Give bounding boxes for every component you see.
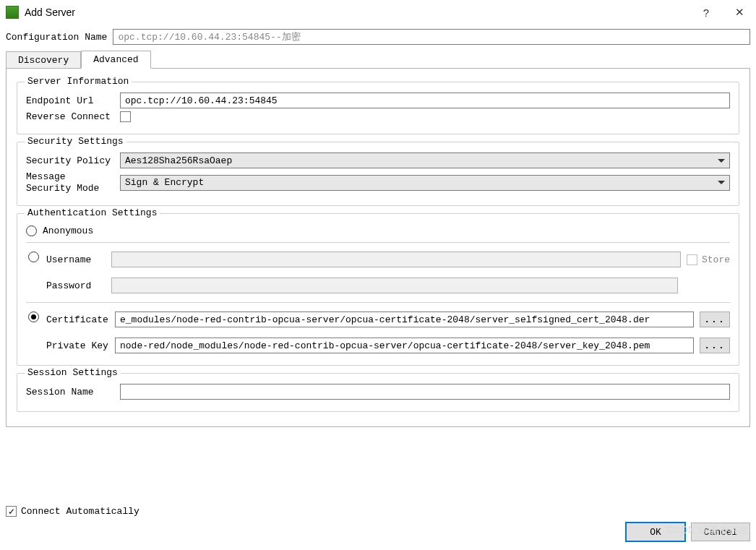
connect-automatically-checkbox[interactable] — [6, 506, 17, 517]
help-button[interactable]: ? — [690, 0, 723, 25]
app-icon — [6, 6, 19, 19]
store-checkbox-row: Store — [687, 254, 730, 265]
configuration-name-label: Configuration Name — [6, 32, 107, 43]
group-session-settings: Session Settings Session Name — [17, 373, 739, 412]
security-policy-value: Aes128Sha256RsaOaep — [125, 155, 713, 166]
password-label: Password — [46, 280, 111, 291]
security-policy-label: Security Policy — [26, 155, 120, 166]
security-policy-combo[interactable]: Aes128Sha256RsaOaep — [120, 152, 730, 168]
group-server-information: Server Information Endpoint Url Reverse … — [17, 82, 739, 134]
group-server-information-title: Server Information — [25, 76, 132, 87]
auth-anonymous-label: Anonymous — [43, 225, 93, 236]
auth-username-section: Username Store Password — [26, 249, 730, 296]
security-mode-label: Message Security Mode — [26, 171, 120, 194]
tab-discovery[interactable]: Discovery — [6, 51, 81, 69]
cancel-button[interactable]: Cancel — [691, 523, 750, 541]
session-name-label: Session Name — [26, 387, 120, 398]
auth-certificate-radio[interactable] — [28, 311, 39, 322]
reverse-connect-label: Reverse Connect — [26, 111, 120, 122]
group-session-settings-title: Session Settings — [25, 367, 121, 378]
certificate-label: Certificate — [46, 314, 115, 325]
private-key-browse-button[interactable]: ... — [700, 338, 730, 353]
titlebar: Add Server ? ✕ — [0, 0, 756, 25]
connect-automatically-row[interactable]: Connect Automatically — [6, 506, 750, 517]
chevron-down-icon — [718, 181, 725, 184]
configuration-name-row: Configuration Name — [0, 25, 756, 51]
username-label: Username — [46, 254, 111, 265]
configuration-name-input[interactable] — [113, 29, 750, 45]
connect-automatically-label: Connect Automatically — [21, 506, 139, 517]
certificate-browse-button[interactable]: ... — [700, 311, 730, 327]
private-key-input[interactable] — [115, 338, 694, 353]
security-mode-combo[interactable]: Sign & Encrypt — [120, 175, 730, 191]
auth-username-radio[interactable] — [28, 252, 39, 262]
tab-pane-advanced: Server Information Endpoint Url Reverse … — [6, 68, 750, 427]
endpoint-url-label: Endpoint Url — [26, 95, 120, 106]
store-label: Store — [702, 254, 730, 265]
password-input[interactable] — [111, 278, 678, 293]
window-title: Add Server — [25, 7, 690, 18]
group-authentication-settings-title: Authentication Settings — [25, 207, 160, 218]
private-key-label: Private Key — [46, 340, 115, 351]
tabs: Discovery Advanced — [0, 51, 756, 69]
chevron-down-icon — [718, 159, 725, 163]
reverse-connect-checkbox[interactable] — [120, 111, 131, 122]
separator — [26, 302, 730, 303]
close-button[interactable]: ✕ — [723, 0, 756, 25]
titlebar-buttons: ? ✕ — [690, 0, 756, 25]
security-mode-value: Sign & Encrypt — [125, 177, 713, 188]
group-authentication-settings: Authentication Settings Anonymous Userna… — [17, 213, 739, 366]
group-security-settings: Security Settings Security Policy Aes128… — [17, 142, 739, 206]
store-checkbox[interactable] — [687, 254, 697, 265]
auth-anonymous-radio[interactable] — [26, 225, 37, 236]
auth-anonymous-row[interactable]: Anonymous — [26, 225, 730, 236]
certificate-input[interactable] — [115, 311, 694, 327]
auth-certificate-section: Certificate ... Private Key ... — [26, 309, 730, 356]
ok-button[interactable]: OK — [626, 523, 685, 541]
bottom-bar: Connect Automatically OK Cancel — [0, 500, 756, 550]
group-security-settings-title: Security Settings — [25, 136, 126, 147]
session-name-input[interactable] — [120, 384, 730, 400]
tab-advanced[interactable]: Advanced — [81, 51, 150, 69]
endpoint-url-input[interactable] — [120, 93, 730, 108]
username-input[interactable] — [111, 252, 681, 267]
separator — [26, 242, 730, 243]
dialog-button-row: OK Cancel — [6, 523, 750, 541]
